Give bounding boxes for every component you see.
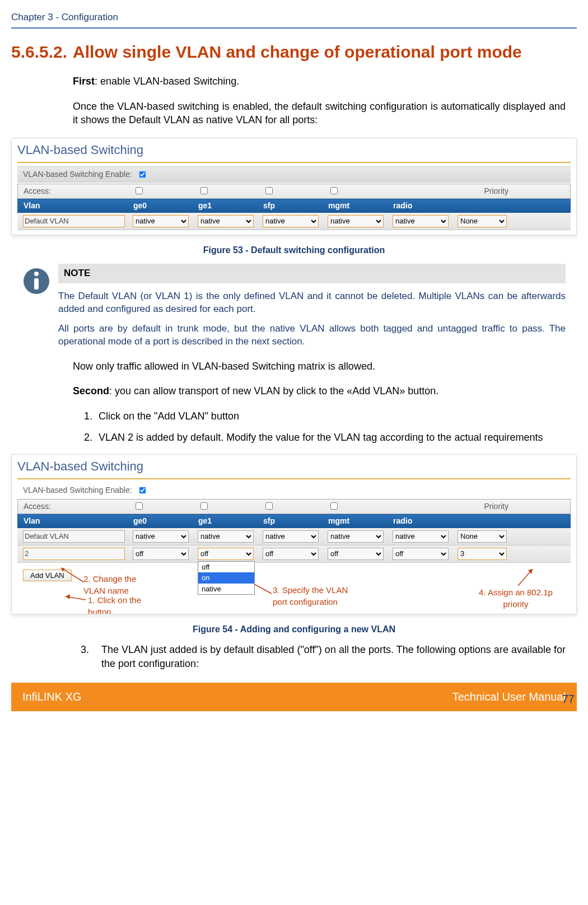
access-row: Access: Priority xyxy=(17,184,571,199)
switching-enable-checkbox-2[interactable] xyxy=(139,487,146,494)
vlan-name-input-new[interactable] xyxy=(23,548,125,560)
chapter-header: Chapter 3 - Configuration xyxy=(11,11,577,24)
annotation-4: 4. Assign an 802.1p priority xyxy=(471,587,561,610)
note-text-2: All ports are by default in trunk mode, … xyxy=(58,323,566,348)
panel-title: VLAN-based Switching xyxy=(12,138,576,158)
figure54-caption: Figure 54 - Adding and configuring a new… xyxy=(11,623,577,636)
step3-number: 3. xyxy=(81,643,89,670)
svg-marker-6 xyxy=(66,594,70,599)
vlan-name-input[interactable] xyxy=(23,215,125,227)
table-row-default: native native native native native None xyxy=(17,213,571,230)
priority-select[interactable]: None xyxy=(458,215,507,227)
priority-select-new[interactable]: 3 xyxy=(458,548,507,560)
col-radio: radio xyxy=(393,200,455,211)
access-ge1-checkbox-2[interactable] xyxy=(200,502,208,510)
priority-heading-2: Priority xyxy=(458,501,508,512)
sfp-select-new[interactable]: off xyxy=(263,548,319,560)
radio-select[interactable]: native xyxy=(393,215,449,227)
vlan-switching-panel-fig53: VLAN-based Switching VLAN-based Switchin… xyxy=(11,138,577,235)
access-mgmt-checkbox[interactable] xyxy=(330,187,338,194)
footer-product: InfiLINK XG xyxy=(22,689,82,705)
ge1-dropdown-open[interactable]: off on native xyxy=(198,561,255,595)
para-once: Once the VLAN-based switching is enabled… xyxy=(73,100,566,127)
col-radio-2: radio xyxy=(393,516,455,526)
ge0-select-default[interactable]: native xyxy=(133,530,189,543)
access-mgmt-checkbox-2[interactable] xyxy=(330,502,338,510)
col-vlan: Vlan xyxy=(24,200,130,211)
dropdown-opt-native[interactable]: native xyxy=(198,584,254,595)
section-number: 5.6.5.2. xyxy=(11,41,67,64)
table-header-row-2: Vlan ge0 ge1 sfp mgmt radio xyxy=(17,514,571,528)
step-2: VLAN 2 is added by default. Modify the v… xyxy=(95,431,566,444)
priority-heading: Priority xyxy=(458,186,508,197)
page-footer: InfiLINK XG Technical User Manual xyxy=(11,683,577,711)
col-sfp-2: sfp xyxy=(263,516,325,526)
panel-title-2: VLAN-based Switching xyxy=(12,455,576,475)
info-icon xyxy=(22,267,50,295)
table-row-new: off off off on native off off off 3 xyxy=(17,545,571,563)
col-ge1-2: ge1 xyxy=(198,516,260,526)
col-ge0: ge0 xyxy=(133,200,195,211)
sfp-select[interactable]: native xyxy=(263,215,319,227)
footer-doc-title: Technical User Manual xyxy=(452,689,566,705)
note-text-1: The Default VLAN (or VLAN 1) is the only… xyxy=(58,290,566,316)
access-label-2: Access: xyxy=(24,501,130,512)
dropdown-opt-off[interactable]: off xyxy=(198,562,254,573)
col-vlan-2: Vlan xyxy=(24,516,130,526)
switching-enable-label-2: VLAN-based Switching Enable: xyxy=(23,485,132,496)
access-ge0-checkbox[interactable] xyxy=(136,187,143,194)
radio-select-new[interactable]: off xyxy=(393,548,449,560)
col-ge0-2: ge0 xyxy=(133,516,195,526)
ge0-select[interactable]: native xyxy=(133,215,189,227)
access-sfp-checkbox[interactable] xyxy=(265,187,273,194)
panel-rule-2 xyxy=(17,478,571,479)
switching-enable-checkbox[interactable] xyxy=(139,171,146,178)
svg-rect-2 xyxy=(34,278,39,290)
annotation-3: 3. Specify the VLAN port configuration xyxy=(273,585,351,608)
annotation-1: 1. Click on the button xyxy=(88,595,150,614)
ge1-select[interactable]: native xyxy=(198,215,254,227)
svg-line-3 xyxy=(61,568,83,582)
switching-enable-row-2: VLAN-based Switching Enable: xyxy=(17,483,571,498)
switching-enable-label: VLAN-based Switching Enable: xyxy=(23,169,132,180)
access-ge1-checkbox[interactable] xyxy=(200,187,208,194)
svg-point-1 xyxy=(34,272,39,276)
access-ge0-checkbox-2[interactable] xyxy=(136,502,143,510)
radio-select-default[interactable]: native xyxy=(393,530,449,543)
header-rule xyxy=(11,27,577,29)
section-title: Allow single VLAN and change of operatio… xyxy=(73,41,577,64)
annotation-2: 2. Change the VLAN name xyxy=(83,573,156,596)
figure53-caption: Figure 53 - Default switching configurat… xyxy=(11,244,577,256)
mgmt-select[interactable]: native xyxy=(328,215,384,227)
access-row-2: Access: Priority xyxy=(17,499,571,514)
access-label: Access: xyxy=(24,186,130,197)
vlan-name-input-default[interactable] xyxy=(23,530,125,543)
access-sfp-checkbox-2[interactable] xyxy=(265,502,273,510)
panel-rule xyxy=(17,162,571,163)
table-row-default-2: native native native native native None xyxy=(17,528,571,545)
mgmt-select-new[interactable]: off xyxy=(328,548,384,560)
para-second: Second: you can allow transport of new V… xyxy=(73,384,566,398)
note-title: NOTE xyxy=(58,264,566,283)
para-now-only: Now only traffic allowed in VLAN-based S… xyxy=(73,360,566,373)
arrow-1 xyxy=(63,592,89,604)
col-ge1: ge1 xyxy=(198,200,260,211)
col-mgmt: mgmt xyxy=(328,200,390,211)
ge1-select-new[interactable]: off xyxy=(198,548,254,560)
priority-select-default[interactable]: None xyxy=(458,530,507,543)
sfp-select-default[interactable]: native xyxy=(263,530,319,543)
table-header-row: Vlan ge0 ge1 sfp mgmt radio xyxy=(17,199,571,213)
col-mgmt-2: mgmt xyxy=(328,516,390,526)
switching-enable-row: VLAN-based Switching Enable: xyxy=(17,166,571,183)
vlan-switching-panel-fig54: VLAN-based Switching VLAN-based Switchin… xyxy=(11,454,577,614)
mgmt-select-default[interactable]: native xyxy=(328,530,384,543)
dropdown-opt-on[interactable]: on xyxy=(198,572,254,584)
arrow-2 xyxy=(58,565,86,585)
ge1-select-default[interactable]: native xyxy=(198,530,254,543)
step-3: The VLAN just added is by default disabl… xyxy=(101,643,566,670)
step-1: Click on the "Add VLAN" button xyxy=(95,409,566,423)
ge0-select-new[interactable]: off xyxy=(133,548,189,560)
page-number: 77 xyxy=(562,692,575,707)
arrow-4 xyxy=(516,567,538,589)
para-first: First: enable VLAN-based Switching. xyxy=(73,74,566,88)
